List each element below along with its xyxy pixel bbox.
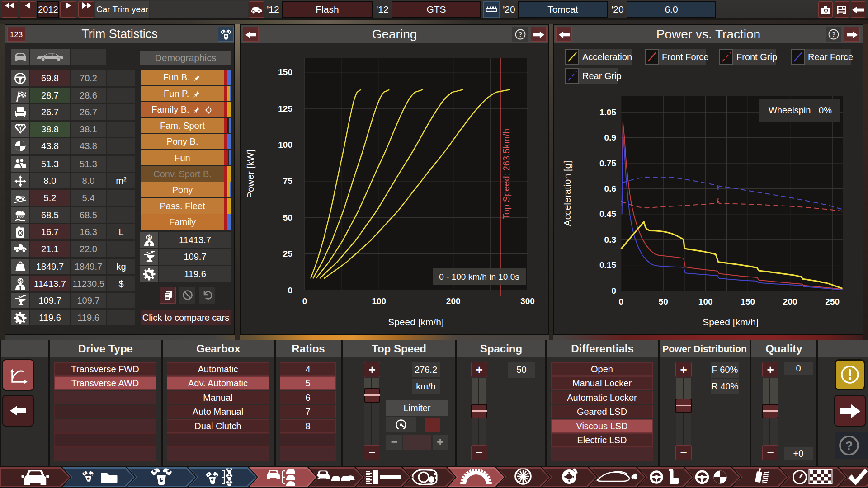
svg-text:0.75: 0.75 xyxy=(599,159,616,168)
svg-text:0.45: 0.45 xyxy=(599,209,616,219)
svg-text:200: 200 xyxy=(446,296,461,306)
svg-text:75: 75 xyxy=(283,176,293,186)
svg-text:50: 50 xyxy=(283,213,292,222)
svg-text:?: ? xyxy=(831,31,835,38)
svg-text:0: 0 xyxy=(618,297,623,306)
svg-text:250: 250 xyxy=(825,297,840,306)
svg-text:300: 300 xyxy=(520,296,535,306)
svg-text:125: 125 xyxy=(278,104,292,113)
svg-text:100: 100 xyxy=(698,297,713,306)
svg-text:Acceleration [g]: Acceleration [g] xyxy=(562,161,572,226)
svg-text:0: 0 xyxy=(302,296,307,306)
svg-text:50: 50 xyxy=(659,297,668,306)
svg-text:Speed [km/h]: Speed [km/h] xyxy=(703,317,759,327)
svg-text:$: $ xyxy=(19,279,22,284)
svg-text:25: 25 xyxy=(283,249,293,258)
svg-text:100: 100 xyxy=(278,140,292,150)
svg-text:$: $ xyxy=(148,235,151,240)
svg-text:0.9: 0.9 xyxy=(604,133,616,142)
svg-text:?: ? xyxy=(845,439,853,453)
svg-text:0.3: 0.3 xyxy=(604,235,616,244)
svg-text:Wheelspin: Wheelspin xyxy=(769,105,811,115)
svg-text:150: 150 xyxy=(741,297,755,306)
svg-text:0.6: 0.6 xyxy=(604,184,616,193)
svg-text:200: 200 xyxy=(783,297,797,306)
svg-text:Speed [km/h]: Speed [km/h] xyxy=(388,317,444,327)
svg-text:0%: 0% xyxy=(819,105,832,115)
svg-text:0.15: 0.15 xyxy=(599,260,616,270)
svg-text:100: 100 xyxy=(372,296,386,306)
svg-text:1.05: 1.05 xyxy=(599,108,616,117)
svg-text:0: 0 xyxy=(611,286,616,296)
svg-text:?: ? xyxy=(518,31,522,38)
svg-text:Top Speed: 263.5km/h: Top Speed: 263.5km/h xyxy=(501,129,511,219)
svg-text:150: 150 xyxy=(278,67,292,77)
svg-text:Power [kW]: Power [kW] xyxy=(245,150,255,198)
svg-text:0 - 100 km/h in 10.0s: 0 - 100 km/h in 10.0s xyxy=(439,272,519,282)
svg-text:0: 0 xyxy=(288,286,292,295)
